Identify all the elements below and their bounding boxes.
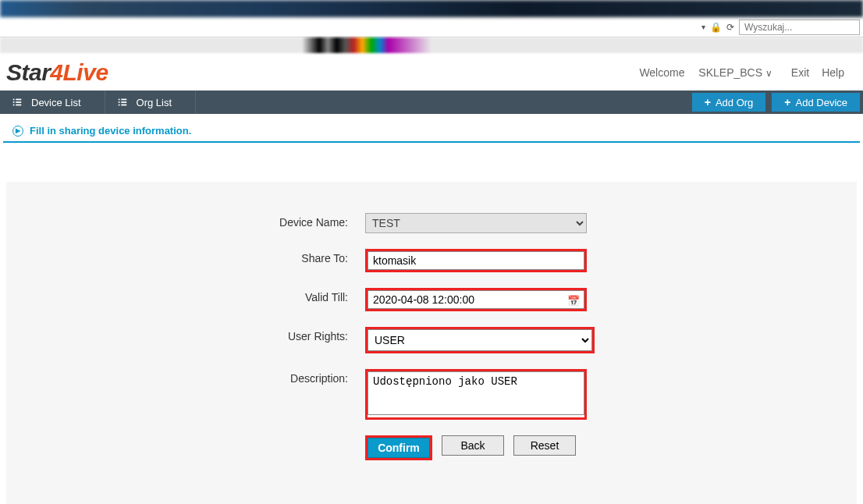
username-dropdown[interactable]: SKLEP_BCS ∨ xyxy=(694,66,777,79)
lock-icon: 🔒 xyxy=(710,22,722,33)
add-org-label: Add Org xyxy=(716,97,753,108)
chevron-down-icon: ∨ xyxy=(765,68,772,79)
tab-org-list[interactable]: Org List xyxy=(105,91,197,114)
add-org-button[interactable]: + Add Org xyxy=(692,93,766,112)
confirm-button[interactable]: Confirm xyxy=(368,438,430,458)
user-rights-select[interactable]: USER xyxy=(368,329,592,351)
svg-rect-7 xyxy=(121,99,126,101)
back-button[interactable]: Back xyxy=(442,435,504,456)
reload-icon[interactable]: ⟳ xyxy=(726,22,734,33)
svg-rect-11 xyxy=(121,105,126,106)
form: Device Name: TEST Share To: Valid Till: xyxy=(6,182,857,504)
page-header: Star4Live Welcome SKLEP_BCS ∨ Exit Help xyxy=(0,53,863,91)
svg-rect-5 xyxy=(16,105,21,106)
content: ▶ Fill in sharing device information. De… xyxy=(0,114,863,504)
section-title: ▶ Fill in sharing device information. xyxy=(3,125,860,143)
list-icon xyxy=(11,96,23,108)
svg-rect-2 xyxy=(13,101,15,103)
tab-device-list-label: Device List xyxy=(31,97,81,108)
share-to-label: Share To: xyxy=(6,249,365,264)
user-rights-label: User Rights: xyxy=(6,327,365,343)
play-icon: ▶ xyxy=(12,126,23,137)
logo: Star4Live xyxy=(6,59,108,86)
share-to-input[interactable] xyxy=(368,251,584,270)
tab-org-list-label: Org List xyxy=(137,97,172,108)
valid-till-label: Valid Till: xyxy=(6,288,365,303)
welcome-label: Welcome xyxy=(639,66,684,79)
logo-text-2: 4Live xyxy=(50,59,108,85)
svg-rect-1 xyxy=(16,99,21,101)
dropdown-icon[interactable]: ▾ xyxy=(701,23,705,31)
device-name-select[interactable]: TEST xyxy=(365,213,587,233)
tab-device-list[interactable]: Device List xyxy=(0,91,105,114)
help-link[interactable]: Help xyxy=(817,66,849,79)
plus-icon: + xyxy=(784,96,790,108)
svg-rect-3 xyxy=(16,101,21,103)
username-text: SKLEP_BCS xyxy=(698,66,762,79)
browser-toolbar: ▾ 🔒 ⟳ xyxy=(0,17,863,37)
device-name-label: Device Name: xyxy=(6,213,365,229)
section-title-text: Fill in sharing device information. xyxy=(30,125,191,137)
calendar-icon[interactable]: 📅 xyxy=(567,294,580,306)
svg-rect-4 xyxy=(13,105,15,106)
svg-rect-10 xyxy=(118,105,119,106)
logo-text-1: Star xyxy=(6,59,50,85)
header-right: Welcome SKLEP_BCS ∨ Exit Help xyxy=(639,66,849,79)
list-icon xyxy=(116,96,129,108)
svg-rect-6 xyxy=(118,99,119,101)
navbar: Device List Org List + Add Org + Add Dev… xyxy=(0,91,863,114)
valid-till-input[interactable] xyxy=(368,290,584,309)
svg-rect-0 xyxy=(13,99,15,101)
bookmark-bar-blur xyxy=(0,37,863,53)
svg-rect-8 xyxy=(118,101,119,103)
add-device-label: Add Device xyxy=(796,97,847,108)
description-textarea[interactable]: Udostępniono jako USER xyxy=(368,371,584,415)
add-device-button[interactable]: + Add Device xyxy=(772,93,860,112)
reset-button[interactable]: Reset xyxy=(513,435,576,456)
plus-icon: + xyxy=(705,96,711,108)
svg-rect-9 xyxy=(121,101,126,103)
description-label: Description: xyxy=(6,369,365,385)
browser-tabstrip-blur xyxy=(0,0,863,17)
browser-search-input[interactable] xyxy=(739,20,860,35)
exit-link[interactable]: Exit xyxy=(787,66,814,79)
